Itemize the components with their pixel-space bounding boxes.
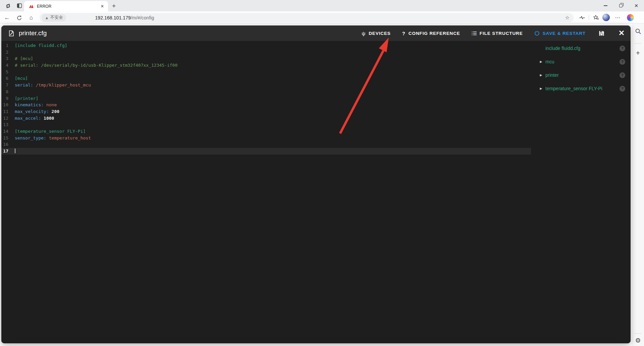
browser-toolbar: ← ⌂ ▲ 不安全 192.168.101.179/m/#/config ☆ ⋯ (0, 11, 644, 23)
page-background: + ⚙ printer.cfg ψ DEVICES ? CONFIG REFER… (0, 23, 644, 346)
file-edit-icon (8, 30, 15, 37)
browser-essentials-icon[interactable] (578, 14, 586, 21)
save-icon[interactable] (597, 29, 606, 38)
line-number: 6 (1, 75, 11, 82)
line-number: 1 (1, 42, 11, 49)
code-line-text: # [mcu] (11, 55, 33, 62)
code-line[interactable]: 10kinematics: none (1, 102, 531, 108)
url-text: 192.168.101.179/m/#/config (95, 15, 154, 20)
favorites-icon[interactable] (592, 14, 600, 21)
code-line[interactable]: 1[include fluidd.cfg] (1, 42, 531, 49)
code-line[interactable]: 15sensor_type: temperature_host (1, 135, 531, 141)
expand-arrow-icon[interactable]: ▶ (538, 73, 544, 77)
code-line[interactable]: 9[printer] (1, 95, 531, 102)
help-icon[interactable]: ? (620, 72, 625, 78)
code-line[interactable]: 6[mcu] (1, 75, 531, 82)
text-cursor (15, 149, 15, 153)
tree-item-label: temperature_sensor FLY-Pi (545, 86, 602, 91)
bookmark-star-icon[interactable]: ☆ (565, 15, 570, 21)
sidebar-divider-bottom (634, 333, 642, 334)
code-line[interactable]: 11max_velocity: 200 (1, 108, 531, 115)
tree-item-label: include fluidd.cfg (545, 46, 580, 51)
file-title: printer.cfg (19, 30, 47, 37)
expand-arrow-icon[interactable]: ▶ (538, 87, 544, 90)
tab-close-icon[interactable]: × (99, 3, 105, 9)
sidebar-add-icon[interactable]: + (632, 49, 644, 57)
tree-item[interactable]: ▶temperature_sensor FLY-Pi? (532, 82, 631, 95)
new-tab-icon[interactable]: + (112, 2, 116, 10)
code-line[interactable]: 8 (1, 89, 531, 95)
line-number: 7 (1, 82, 11, 89)
address-bar[interactable]: ▲ 不安全 192.168.101.179/m/#/config ☆ (40, 13, 574, 22)
code-line-text: [printer] (11, 95, 38, 102)
close-editor-icon[interactable]: ✕ (617, 29, 626, 38)
tree-item[interactable]: ▶printer? (532, 68, 631, 82)
back-icon[interactable]: ← (3, 14, 11, 21)
code-line-text: max_accel: 1000 (11, 115, 54, 122)
restore-button[interactable] (613, 0, 629, 11)
code-line[interactable]: 12max_accel: 1000 (1, 115, 531, 122)
line-number: 9 (1, 95, 11, 102)
help-icon[interactable]: ? (620, 46, 625, 51)
edge-sidebar-strip: + ⚙ (632, 23, 644, 346)
editor-header: printer.cfg ψ DEVICES ? CONFIG REFERENCE… (1, 25, 631, 41)
vertical-tabs-icon[interactable] (16, 2, 23, 9)
help-icon[interactable]: ? (620, 59, 625, 65)
line-number: 11 (1, 108, 11, 115)
code-editor[interactable]: 1[include fluidd.cfg]23# [mcu]4# serial:… (1, 42, 531, 155)
copilot-icon[interactable] (627, 14, 634, 21)
line-number: 12 (1, 115, 11, 122)
tree-item-label: mcu (545, 59, 554, 64)
config-editor-modal: printer.cfg ψ DEVICES ? CONFIG REFERENCE… (1, 25, 631, 343)
tab-title: ERROR (37, 4, 99, 9)
code-line-text: [mcu] (11, 75, 28, 82)
browser-tab[interactable]: ERROR × (24, 1, 108, 11)
refresh-icon[interactable] (15, 14, 23, 21)
code-line[interactable]: 7serial: /tmp/klipper_host_mcu (1, 82, 531, 89)
code-line-text (11, 69, 15, 75)
editor-toolbar: ψ DEVICES ? CONFIG REFERENCE FILE STRUCT… (362, 29, 626, 38)
line-number: 15 (1, 135, 11, 141)
tree-item[interactable]: ▶mcu? (532, 55, 631, 68)
more-options-icon[interactable]: ⋯ (614, 14, 622, 21)
code-line[interactable]: 5 (1, 69, 531, 75)
code-line[interactable]: 4# serial: /dev/serial/by-id/usb-Klipper… (1, 62, 531, 69)
code-line[interactable]: 13 (1, 121, 531, 128)
home-icon[interactable]: ⌂ (28, 14, 35, 21)
code-line[interactable]: 16 (1, 141, 531, 148)
line-number: 10 (1, 102, 11, 108)
code-line-text: [include fluidd.cfg] (11, 42, 67, 49)
code-line-text (11, 89, 15, 95)
code-line[interactable]: 2 (1, 49, 531, 56)
sidebar-settings-gear-icon[interactable]: ⚙ (632, 337, 644, 344)
restart-icon (534, 31, 540, 36)
workspaces-icon[interactable] (5, 2, 11, 9)
file-structure-button[interactable]: FILE STRUCTURE (472, 31, 523, 36)
code-line[interactable]: 17 (1, 148, 531, 155)
profile-avatar[interactable] (602, 14, 610, 21)
sidebar-search-icon[interactable] (632, 28, 644, 35)
help-icon[interactable]: ? (620, 86, 625, 92)
line-number: 4 (1, 62, 11, 69)
sidebar-divider-top (634, 43, 642, 44)
security-badge[interactable]: ▲ 不安全 (42, 14, 66, 21)
code-line[interactable]: 14[temperature_sensor FLY-Pi] (1, 128, 531, 135)
warning-icon: ▲ (45, 16, 49, 20)
toolbar-divider (589, 15, 589, 20)
code-line-text: serial: /tmp/klipper_host_mcu (11, 82, 91, 89)
devices-button[interactable]: ψ DEVICES (362, 31, 391, 36)
browser-tab-bar: ERROR × + × (0, 0, 644, 11)
tree-item[interactable]: include fluidd.cfg? (532, 42, 631, 55)
code-line-text (11, 148, 15, 155)
line-number: 13 (1, 121, 11, 128)
save-restart-button[interactable]: SAVE & RESTART (534, 31, 586, 36)
minimize-button[interactable] (598, 0, 613, 11)
config-reference-button[interactable]: ? CONFIG REFERENCE (402, 31, 460, 36)
editor-body: 1[include fluidd.cfg]23# [mcu]4# serial:… (1, 41, 631, 343)
expand-arrow-icon[interactable]: ▶ (538, 60, 544, 63)
security-label: 不安全 (50, 15, 63, 20)
window-close-button[interactable]: × (629, 0, 644, 11)
code-line[interactable]: 3# [mcu] (1, 55, 531, 62)
line-number: 14 (1, 128, 11, 135)
line-number: 2 (1, 49, 11, 56)
